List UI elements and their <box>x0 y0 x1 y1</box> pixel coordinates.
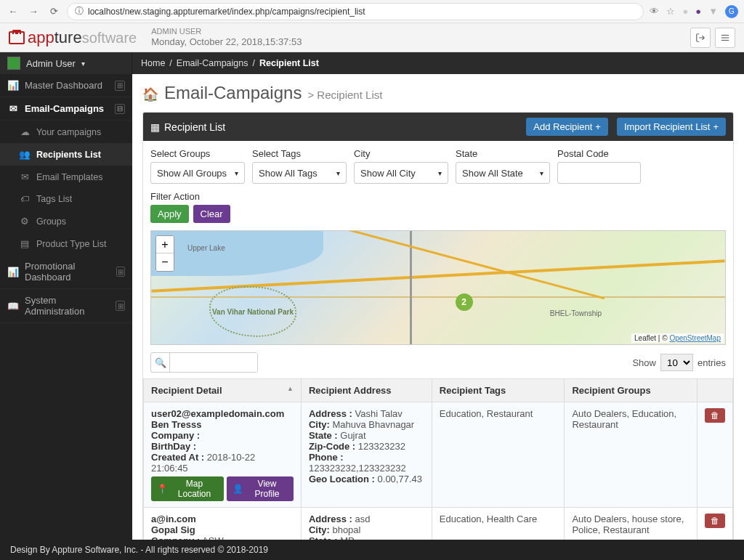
table-row: a@in.com Gopal Sig Company : ASW BirthDa… <box>144 508 733 540</box>
col-tags[interactable]: Recipient Tags <box>432 379 565 402</box>
trash-icon: 🗑 <box>711 410 719 421</box>
table-search-input[interactable] <box>170 353 257 372</box>
import-recipient-button[interactable]: Import Recipient List + <box>617 118 726 136</box>
user-menu[interactable]: Admin User ▾ <box>0 52 132 74</box>
col-groups[interactable]: Recipient Groups <box>565 379 698 402</box>
dashboard-icon: 📊 <box>7 80 19 91</box>
envelope-icon: ✉ <box>7 103 19 114</box>
apply-button[interactable]: Apply <box>150 205 189 223</box>
sort-icon: ▲ <box>287 385 294 392</box>
map-attribution: Leaflet | © OpenStreetMap <box>631 333 724 343</box>
datetime: Monday, October 22, 2018,15:37:53 <box>151 36 302 49</box>
delete-button[interactable]: 🗑 <box>705 408 725 423</box>
filter-state-select[interactable]: Show All State▾ <box>456 162 550 184</box>
page-title: Email-Campaigns <box>164 83 302 103</box>
col-detail[interactable]: Recipient Detail▲ <box>144 379 302 402</box>
settings-icon: 📖 <box>7 301 19 312</box>
list-icon: ▤ <box>19 238 31 249</box>
sidebar-item-recipients-list[interactable]: 👥Recipients List <box>0 143 132 166</box>
cell-groups: Auto Dealers, house store, Police, Resta… <box>565 508 698 540</box>
star-icon[interactable]: ☆ <box>666 6 675 17</box>
caret-icon: ▾ <box>540 169 543 177</box>
url-text: localhost/new.staging.appturemarket/inde… <box>88 7 365 17</box>
ext3-icon[interactable]: ▼ <box>708 6 718 17</box>
user-avatar-icon <box>7 57 20 70</box>
delete-button[interactable]: 🗑 <box>705 514 725 528</box>
view-profile-button[interactable]: 👤 View Profile <box>227 476 294 501</box>
filter-action-label: Filter Action <box>150 191 230 202</box>
info-icon: ⓘ <box>75 5 84 17</box>
gear-icon: ⚙ <box>19 216 31 227</box>
cell-detail: user02@exampledomain.com Ben Tresss Comp… <box>144 402 302 508</box>
cell-address: Address : Vashi Talav City: Mahuva Bhavn… <box>301 402 432 508</box>
grid-icon: ▦ <box>150 121 160 133</box>
browser-back[interactable]: ← <box>6 4 20 19</box>
map-zoom-in[interactable]: + <box>156 236 174 253</box>
camera-icon[interactable]: 👁 <box>650 6 659 17</box>
expand-icon: ⊞ <box>116 301 125 311</box>
panel-title: Recipient List <box>164 121 225 133</box>
map-cluster-marker[interactable]: 2 <box>456 293 473 311</box>
filter-tags-select[interactable]: Show All Tags▾ <box>252 162 347 184</box>
profile-avatar[interactable]: G <box>725 5 738 18</box>
map-zoom-out[interactable]: − <box>156 253 174 271</box>
collapse-icon: ⊟ <box>115 104 125 114</box>
map-label-lake: Upper Lake <box>187 244 225 252</box>
admin-label: ADMIN USER <box>151 26 302 36</box>
cell-groups: Auto Dealers, Education, Restaurant <box>565 402 698 508</box>
caret-icon: ▾ <box>235 169 238 177</box>
breadcrumb-home[interactable]: Home <box>141 58 165 68</box>
sidebar-item-groups[interactable]: ⚙Groups <box>0 210 132 232</box>
entries-label: entries <box>698 357 726 368</box>
cell-tags: Education, Restaurant <box>432 402 565 508</box>
plus-icon: + <box>595 121 601 132</box>
user-name: Admin User <box>26 58 76 69</box>
sidebar-item-promotional-dashboard[interactable]: 📊Promotional Dashboard⊞ <box>0 255 132 289</box>
sidebar-item-email-templates[interactable]: ✉Email Templates <box>0 166 132 188</box>
tag-icon: 🏷 <box>19 194 31 204</box>
cell-detail: a@in.com Gopal Sig Company : ASW BirthDa… <box>144 508 302 540</box>
logout-button[interactable] <box>690 28 711 48</box>
admin-info: ADMIN USER Monday, October 22, 2018,15:3… <box>151 26 302 49</box>
sidebar-item-tags-list[interactable]: 🏷Tags List <box>0 188 132 210</box>
ext2-icon[interactable]: ● <box>695 6 701 17</box>
filter-tags-label: Select Tags <box>252 148 347 159</box>
logo[interactable]: appturesoftware <box>9 28 137 47</box>
browser-reload[interactable]: ⟳ <box>46 4 61 19</box>
logo-icon <box>9 31 25 44</box>
expand-icon: ⊞ <box>115 81 125 91</box>
cell-address: Address : asd City: bhopal State : MP Zi… <box>301 508 432 540</box>
map-label-bhel: BHEL-Township <box>550 309 602 317</box>
map-location-button[interactable]: 📍 Map Location <box>151 476 224 501</box>
users-icon: 👥 <box>19 149 31 160</box>
chevron-down-icon: ▾ <box>81 60 85 68</box>
browser-forward[interactable]: → <box>26 4 41 19</box>
home-icon: 🏠 <box>142 86 158 102</box>
filter-city-select[interactable]: Show All City▾ <box>354 162 448 184</box>
page-size-select[interactable]: 10 <box>660 354 693 371</box>
clear-button[interactable]: Clear <box>193 205 230 223</box>
col-address[interactable]: Recipient Address <box>301 379 432 402</box>
filter-groups-select[interactable]: Show All Groups▾ <box>150 162 245 184</box>
user-icon: 👤 <box>232 484 243 494</box>
menu-button[interactable] <box>715 28 735 48</box>
breadcrumb-current: Recipient List <box>259 58 319 68</box>
expand-icon: ⊞ <box>116 267 125 277</box>
add-recipient-button[interactable]: Add Recipient + <box>526 118 608 136</box>
url-bar[interactable]: ⓘ localhost/new.staging.appturemarket/in… <box>67 3 644 20</box>
plus-icon: + <box>713 121 719 132</box>
sidebar-item-email-campaigns[interactable]: ✉ Email-Campaigns ⊟ <box>0 97 132 121</box>
sidebar-item-your-campaigns[interactable]: ☁Your campaigns <box>0 121 132 143</box>
filter-postal-input[interactable] <box>557 162 641 184</box>
cloud-icon: ☁ <box>19 126 31 137</box>
breadcrumb-section[interactable]: Email-Campaigns <box>177 58 248 68</box>
page-subtitle: > Recipient List <box>307 89 382 101</box>
map[interactable]: Upper Lake BHEL-Township Van Vihar Natio… <box>150 230 726 345</box>
sidebar-item-product-type[interactable]: ▤Product Type List <box>0 232 132 255</box>
sidebar-item-master-dashboard[interactable]: 📊 Master Dashboard ⊞ <box>0 74 132 97</box>
chart-icon: 📊 <box>7 267 19 277</box>
col-actions <box>698 379 733 402</box>
trash-icon: 🗑 <box>711 516 719 526</box>
ext1-icon[interactable]: ● <box>682 6 688 17</box>
sidebar-item-system-admin[interactable]: 📖System Administration⊞ <box>0 289 132 323</box>
